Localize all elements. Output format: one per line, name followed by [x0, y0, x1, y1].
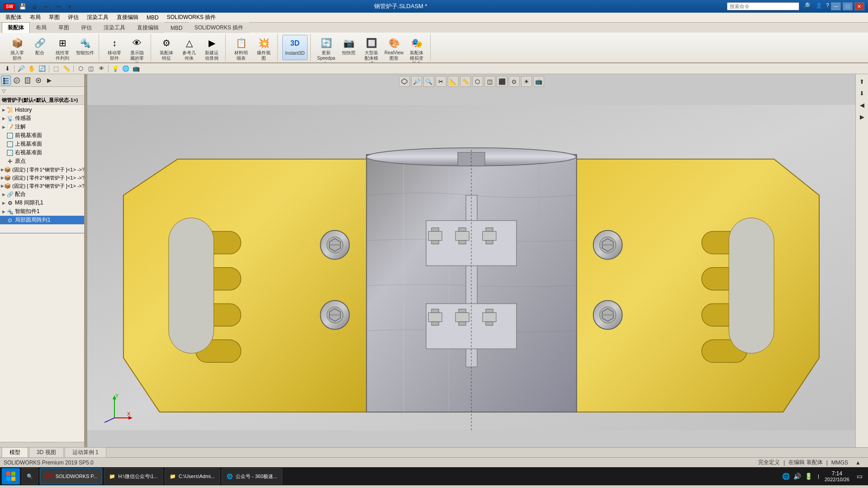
minimize-btn[interactable]: ─	[831, 2, 841, 10]
taskbar-app-browser[interactable]: 🌐 公众号 - 360极速...	[222, 468, 282, 484]
tree-item-part1[interactable]: ▶ 📦 (固定) [ 零件1^钢管炉子 ]<1> ->?	[0, 166, 84, 174]
tab-3dview[interactable]: 3D 视图	[29, 447, 64, 458]
taskbar-app-file2[interactable]: 📁 C:\Users\Admi...	[165, 468, 220, 484]
expand-history[interactable]: ▶	[1, 107, 6, 113]
tree-item-top-plane[interactable]: 上视基准面	[0, 140, 84, 148]
tree-item-circular-pattern[interactable]: ▶ ⊙ 局部圆周阵列1	[0, 216, 84, 224]
quick-options-btn[interactable]: ▾	[65, 2, 74, 11]
tray-icon-battery[interactable]: 🔋	[805, 473, 812, 480]
search-input[interactable]	[727, 2, 799, 10]
tb2-btn-display[interactable]: 🌐	[121, 64, 130, 73]
btn-large-assembly[interactable]: 🔲 大型装配体模式	[360, 35, 382, 62]
rp-btn-3[interactable]: ◀	[857, 99, 868, 110]
btn-instant3d[interactable]: 3D Instant3D	[282, 35, 308, 60]
expand-m8hole[interactable]: ▶	[1, 200, 6, 206]
btn-ref-geometry[interactable]: △ 参考几何体	[178, 35, 200, 62]
btn-bom[interactable]: 📋 材料明细表	[230, 35, 252, 62]
btn-move-component[interactable]: ↕ 移动零部件	[104, 35, 125, 62]
vp-btn-shaded[interactable]: ⬛	[497, 76, 508, 87]
tree-item-right-plane[interactable]: 右视基准面	[0, 148, 84, 157]
vp-btn-shadows[interactable]: ☀	[521, 76, 532, 87]
user-btn[interactable]: 👤	[816, 2, 822, 10]
tree-item-mates[interactable]: ▶ 🔗 配合	[0, 190, 84, 199]
ribbon-tab-direct[interactable]: 直接编辑	[131, 22, 165, 33]
menu-item-assembly[interactable]: 装配体	[2, 13, 25, 22]
taskbar-app-file1[interactable]: 📁 H:\微信公众号\1...	[104, 468, 162, 484]
tree-item-origin[interactable]: ✛ 原点	[0, 157, 84, 166]
start-button[interactable]	[2, 468, 20, 484]
ribbon-tab-evaluate[interactable]: 评估	[75, 22, 98, 33]
expand-mates[interactable]: ▶	[1, 192, 6, 197]
tb2-btn-lights[interactable]: 💡	[111, 64, 120, 73]
ribbon-tab-assembly[interactable]: 装配体	[2, 22, 30, 33]
tb2-btn-pan[interactable]: ✋	[27, 64, 36, 73]
ribbon-tab-mbd[interactable]: MBD	[165, 23, 189, 33]
rp-btn-1[interactable]: ⬆	[857, 76, 868, 87]
tb2-btn-rotate[interactable]: 🔄	[38, 64, 47, 73]
clock[interactable]: 7:14 2022/10/26	[825, 470, 849, 482]
rp-btn-4[interactable]: ▶	[857, 111, 868, 122]
vp-btn-zoom-select[interactable]: 🔍	[423, 76, 434, 87]
vp-btn-orient[interactable]	[399, 76, 410, 87]
tree-item-empty[interactable]	[0, 224, 84, 233]
tree-item-smartfastener[interactable]: ▶ 🔩 智能扣件1	[0, 207, 84, 216]
tree-item-part3[interactable]: ▶ 📦 (固定) [ 零件3^钢管炉子 ]<1> ->?	[0, 182, 84, 190]
vp-btn-section[interactable]: ✂	[436, 76, 446, 87]
expand-part2[interactable]: ▶	[1, 175, 4, 180]
quick-save-btn[interactable]: 💾	[18, 2, 27, 11]
lp-btn-config-manager[interactable]	[23, 76, 33, 85]
menu-item-mbd[interactable]: MBD	[143, 14, 162, 22]
tray-show-desktop[interactable]: ▭	[857, 473, 863, 480]
tree-item-sensors[interactable]: ▶ 📡 传感器	[0, 114, 84, 123]
expand-part3[interactable]: ▶	[1, 183, 4, 189]
tb2-btn-3d[interactable]: ⬡	[76, 64, 85, 73]
vp-btn-realview-vp[interactable]: ⊙	[509, 76, 520, 87]
tree-item-m8hole[interactable]: ▶ ⚙ M8 间隙孔1	[0, 199, 84, 207]
tree-item-part2[interactable]: ▶ 📦 (固定) [ 零件2^钢管炉子 ]<1> ->?	[0, 174, 84, 182]
ribbon-tab-plugins[interactable]: SOLIDWORKS 插件	[189, 22, 250, 33]
ribbon-tab-render[interactable]: 渲染工具	[98, 22, 131, 33]
vp-btn-3d-view[interactable]: ⬡	[472, 76, 483, 87]
tab-motion[interactable]: 运动算例 1	[65, 447, 106, 458]
vp-btn-display-mode[interactable]: 📺	[533, 76, 544, 87]
menu-item-render[interactable]: 渲染工具	[83, 13, 112, 22]
btn-new-motion[interactable]: ▶ 新建运动算例	[201, 35, 223, 62]
btn-insert-component[interactable]: 📦 插入零部件	[6, 35, 28, 62]
btn-assembly-feature[interactable]: ⚙ 装配体特征	[156, 35, 177, 62]
help-btn[interactable]: ?	[826, 2, 829, 10]
viewport[interactable]: 🔎 🔍 ✂ 📐 📏 ⬡ ◫ ⬛ ⊙ ☀ 📺	[87, 74, 855, 447]
menu-item-direct[interactable]: 直接编辑	[113, 13, 142, 22]
btn-smart-fastener[interactable]: 🔩 智能扣件	[74, 35, 96, 62]
menu-item-sketch[interactable]: 草图	[45, 13, 63, 22]
tree-item-front-plane[interactable]: 前视基准面	[0, 131, 84, 140]
tray-icon-volume[interactable]: 🔊	[793, 473, 801, 480]
tb2-btn-view[interactable]: 👁	[97, 64, 106, 73]
tb2-btn-zoom[interactable]: 🔎	[17, 64, 26, 73]
close-btn[interactable]: ✕	[854, 2, 864, 10]
maximize-btn[interactable]: □	[843, 2, 853, 10]
menu-item-evaluate[interactable]: 评估	[64, 13, 82, 22]
tree-item-history[interactable]: ▶ 📜 History	[0, 106, 84, 114]
lp-btn-arrow-right[interactable]: ▶	[44, 76, 54, 85]
quick-print-btn[interactable]: 🖨	[30, 2, 39, 11]
tab-model[interactable]: 模型	[2, 447, 28, 458]
expand-sensors[interactable]: ▶	[1, 116, 6, 121]
vp-btn-wireframe[interactable]: ◫	[484, 76, 495, 87]
tb2-btn-measure[interactable]: 📏	[62, 64, 71, 73]
taskbar-app-search[interactable]: 🔍	[22, 468, 38, 484]
btn-realview[interactable]: 🎨 RealView图形	[383, 35, 405, 62]
lp-btn-display-manager[interactable]	[33, 76, 43, 85]
ribbon-tab-sketch[interactable]: 草图	[52, 22, 75, 33]
ribbon-tab-layout[interactable]: 布局	[30, 22, 52, 33]
vp-btn-angle[interactable]: 📏	[460, 76, 471, 87]
tb2-btn-render[interactable]: 📺	[132, 64, 141, 73]
rp-btn-2[interactable]: ⬇	[857, 88, 868, 99]
tray-icon-network[interactable]: 🌐	[782, 473, 790, 480]
tb2-btn-1[interactable]: ⬇	[3, 64, 12, 73]
lp-btn-feature-tree[interactable]	[1, 76, 11, 85]
btn-linear-pattern[interactable]: ⊞ 线性零件列列	[52, 35, 73, 62]
vp-btn-measure[interactable]: 📐	[448, 76, 459, 87]
btn-snapshot[interactable]: 📷 拍快照	[338, 35, 360, 62]
tree-item-notes[interactable]: ▶ 📝 注解	[0, 123, 84, 131]
vp-btn-zoom-all[interactable]: 🔎	[411, 76, 422, 87]
